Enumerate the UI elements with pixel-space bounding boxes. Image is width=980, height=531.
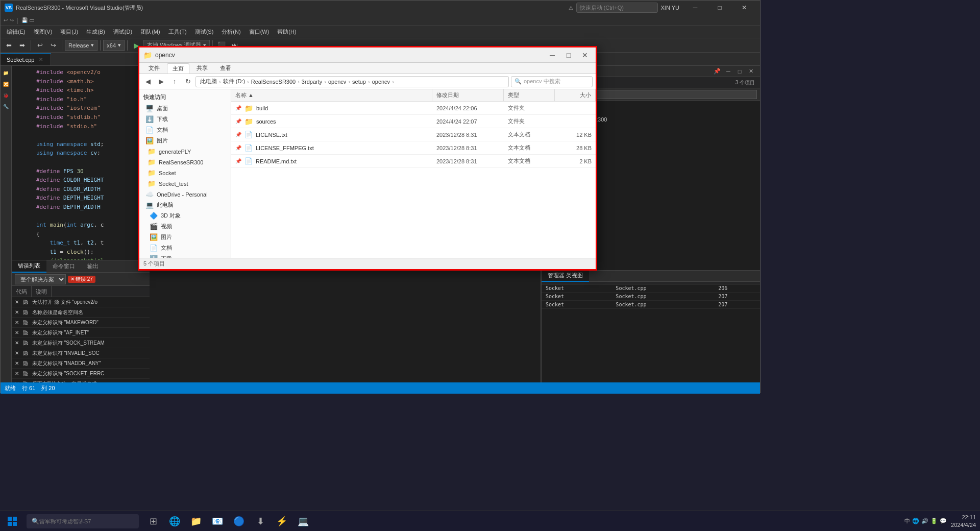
taskbar-icon-task-view[interactable]: ⊞ (143, 511, 163, 532)
fe-sidebar-generate-ply[interactable]: 📁 generatePLY (139, 146, 231, 157)
tab-output[interactable]: 输出 (81, 260, 105, 273)
tray-icon-network[interactable]: 🌐 (912, 518, 919, 524)
col-name-header[interactable]: 名称 ▲ (231, 89, 432, 102)
col-size-header[interactable]: 大小 (555, 89, 596, 102)
taskbar-icon-chrome[interactable]: 🔵 (229, 511, 249, 532)
taskbar-search-box[interactable]: 🔍 (27, 514, 139, 528)
sidebar-debug-icon[interactable]: 🐞 (1, 90, 11, 101)
se-pin-btn[interactable]: 📌 (712, 66, 722, 77)
error-row[interactable]: ✕ 隐 未定义标识符 "MAKEWORD" (12, 318, 150, 328)
sidebar-tool-icon[interactable]: 🔧 (1, 102, 11, 112)
fe-ribbon-tab-share[interactable]: 共享 (191, 63, 213, 73)
menu-window[interactable]: 窗口(W) (245, 26, 274, 38)
file-row-build[interactable]: 📌 📁 build 2024/4/24 22:06 文件夹 (231, 102, 596, 115)
output-row[interactable]: Socket Socket.cpp 207 (542, 293, 760, 301)
fe-ribbon-tab-view[interactable]: 查看 (215, 63, 236, 73)
error-row[interactable]: ✕ 隐 名称必须是命名空间名 (12, 307, 150, 318)
save-all-icon[interactable]: 🗃 (30, 17, 35, 23)
menu-edit[interactable]: 编辑(E) (3, 26, 30, 38)
fe-sidebar-pics2[interactable]: 🖼️ 图片 (139, 232, 231, 243)
redo-icon[interactable]: ↪ (10, 17, 14, 23)
menu-debug[interactable]: 调试(D) (109, 26, 136, 38)
file-row-license-ffmpeg[interactable]: 📌 📄 LICENSE_FFMPEG.txt 2023/12/28 8:31 文… (231, 141, 596, 155)
fe-minimize-btn[interactable]: ─ (546, 49, 559, 62)
tab-class-view[interactable]: 管理器 类视图 (542, 271, 589, 282)
taskbar-search-input[interactable] (39, 518, 131, 524)
undo-icon[interactable]: ↩ (4, 17, 8, 23)
menu-help[interactable]: 帮助(H) (273, 26, 300, 38)
error-row[interactable]: ✕ 隐 后面有""的名称一定是类名或c (12, 379, 150, 382)
toolbar-forward-btn[interactable]: ➡ (16, 39, 28, 52)
menu-view[interactable]: 视图(V) (30, 26, 57, 38)
file-row-license[interactable]: 📌 📄 LICENSE.txt 2023/12/28 8:31 文本文档 12 … (231, 128, 596, 141)
menu-tools[interactable]: 工具(T) (164, 26, 191, 38)
tab-command-window[interactable]: 命令窗口 (46, 260, 81, 273)
fe-sidebar-socket[interactable]: 📁 Socket (139, 167, 231, 178)
save-icon[interactable]: 💾 (21, 17, 28, 23)
fe-sidebar-pics[interactable]: 🖼️ 图片 (139, 135, 231, 146)
col-date-header[interactable]: 修改日期 (432, 89, 504, 102)
fe-sidebar-downloads[interactable]: ⬇️ 下载 (139, 114, 231, 125)
error-row[interactable]: ✕ 隐 未定义标识符 "SOCK_STREAM (12, 338, 150, 348)
menu-project[interactable]: 项目(J) (56, 26, 82, 38)
error-row[interactable]: ✕ 隐 未定义标识符 "INADDR_ANY" (12, 358, 150, 369)
menu-test[interactable]: 测试(S) (191, 26, 218, 38)
menu-team[interactable]: 团队(M) (136, 26, 164, 38)
taskbar-clock[interactable]: 22:11 2024/4/24 (951, 514, 976, 528)
platform-dropdown[interactable]: x64 ▾ (103, 40, 125, 51)
fe-ribbon-tab-file[interactable]: 文件 (143, 63, 165, 73)
fe-sidebar-videos[interactable]: 🎬 视频 (139, 221, 231, 232)
tab-close-icon[interactable]: ✕ (37, 56, 44, 63)
toolbar-undo-btn[interactable]: ↩ (34, 39, 46, 52)
fe-sidebar-thispc[interactable]: 💻 此电脑 (139, 200, 231, 210)
toolbar-redo-btn[interactable]: ↪ (47, 39, 59, 52)
se-close-btn[interactable]: ✕ (746, 66, 756, 77)
taskbar-icon-mail[interactable]: 📧 (207, 511, 228, 532)
taskbar-icon-edge[interactable]: 🌐 (164, 511, 185, 532)
taskbar-start-btn[interactable] (0, 511, 24, 532)
fe-sidebar-3d[interactable]: 🔷 3D 对象 (139, 210, 231, 221)
tray-icon-volume[interactable]: 🔊 (921, 518, 928, 524)
taskbar-icon-terminal[interactable]: 💻 (293, 511, 313, 532)
quick-launch-box[interactable]: 快速启动 (Ctrl+Q) (576, 3, 658, 13)
vs-close-btn[interactable]: ✕ (732, 1, 756, 15)
taskbar-icon-downloads[interactable]: ⬇ (250, 511, 271, 532)
tab-error-list[interactable]: 错误列表 (12, 260, 46, 273)
fe-close-btn[interactable]: ✕ (578, 49, 592, 62)
col-type-header[interactable]: 类型 (504, 89, 555, 102)
se-maximize-btn[interactable]: □ (734, 66, 745, 77)
vs-maximize-btn[interactable]: □ (708, 1, 731, 15)
fe-sidebar-downloads2[interactable]: ⬇️ 下载 (139, 253, 231, 258)
fe-search-box[interactable]: 🔍 opencv 中搜索 (511, 76, 593, 87)
config-dropdown[interactable]: Release ▾ (65, 40, 97, 51)
tray-icon-battery[interactable]: 🔋 (930, 518, 938, 524)
fe-forward-btn[interactable]: ▶ (156, 76, 167, 87)
toolbar-back-btn[interactable]: ⬅ (3, 39, 15, 52)
fe-sidebar-docs2[interactable]: 📄 文档 (139, 243, 231, 253)
taskbar-icon-vs[interactable]: ⚡ (272, 511, 292, 532)
fe-address-path[interactable]: 此电脑 › 软件 (D:) › RealSenseSR300 › 3rdpart… (195, 76, 509, 87)
se-minimize-btn[interactable]: ─ (723, 66, 733, 77)
sidebar-git-icon[interactable]: 🔀 (1, 79, 11, 89)
taskbar-icon-explorer[interactable]: 📁 (186, 511, 206, 532)
output-row[interactable]: Socket Socket.cpp 207 (542, 301, 760, 309)
fe-ribbon-tab-home[interactable]: 主页 (167, 63, 189, 74)
output-row[interactable]: Socket Socket.cpp 206 (542, 284, 760, 293)
fe-refresh-btn[interactable]: ↻ (182, 76, 193, 87)
fe-sidebar-docs[interactable]: 📄 文档 (139, 125, 231, 135)
menu-analyze[interactable]: 分析(N) (217, 26, 244, 38)
tray-icon-action[interactable]: 💬 (940, 518, 947, 524)
error-row[interactable]: ✕ 隐 无法打开 源 文件 "opencv2/o (12, 297, 150, 307)
fe-sidebar-realsense[interactable]: 📁 RealSenseSR300 (139, 157, 231, 167)
fe-back-btn[interactable]: ◀ (142, 76, 154, 87)
tab-socket-cpp[interactable]: Socket.cpp ✕ (1, 53, 51, 65)
tray-icon-ime[interactable]: 中 (904, 517, 910, 525)
error-filter-dropdown[interactable]: 整个解决方案 (15, 274, 66, 284)
fe-sidebar-desktop[interactable]: 🖥️ 桌面 (139, 103, 231, 114)
menu-build[interactable]: 生成(B) (82, 26, 109, 38)
file-row-readme[interactable]: 📌 📄 README.md.txt 2023/12/28 8:31 文本文档 2… (231, 155, 596, 168)
fe-sidebar-onedrive[interactable]: ☁️ OneDrive - Personal (139, 189, 231, 200)
fe-sidebar-socket-test[interactable]: 📁 Socket_test (139, 178, 231, 189)
fe-maximize-btn[interactable]: □ (562, 49, 575, 62)
error-row[interactable]: ✕ 隐 未定义标识符 "SOCKET_ERRC (12, 369, 150, 379)
